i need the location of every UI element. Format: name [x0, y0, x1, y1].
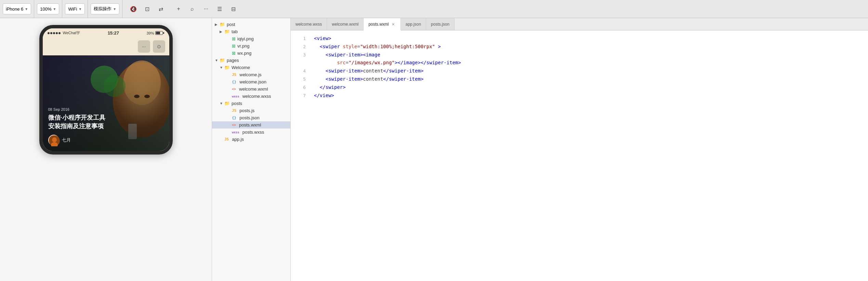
- code-content-5: <swiper-item>content</swiper-item>: [314, 75, 865, 83]
- folder-welcome[interactable]: ▼ 📁 Welcome: [212, 64, 290, 71]
- list-icon[interactable]: ☰: [214, 3, 225, 14]
- network-selector[interactable]: WiFi ▼: [65, 3, 85, 14]
- file-posts-wxss-label: posts.wxss: [242, 130, 264, 135]
- tab-app-json-label: app.json: [406, 22, 421, 27]
- tab-welcome-wxss-label: welcome.wxss: [295, 22, 322, 27]
- rotate-icon[interactable]: ⇄: [155, 3, 166, 14]
- split-icon[interactable]: ⊟: [228, 3, 239, 14]
- file-welcome-js[interactable]: ▶ JS welcome.js: [212, 71, 290, 78]
- main-area: WeChat宇 15:27 39% ··· ⊙: [0, 18, 868, 281]
- code-line-3: 3 <swiper-item><image src="/images/wx.pn…: [291, 51, 868, 67]
- zoom-chevron-icon: ▼: [53, 7, 56, 11]
- post-title: 微信·小程序开发工具安装指南及注意事项: [48, 113, 164, 131]
- file-welcome-wxml[interactable]: ▶ <> welcome.wxml: [212, 85, 290, 93]
- tab-posts-wxml-label: posts.wxml: [368, 22, 389, 27]
- author-name: 七月: [62, 137, 71, 143]
- code-content-7: </view>: [314, 92, 865, 100]
- editor-panel: welcome.wxss welcome.wxml posts.wxml × a…: [291, 18, 868, 281]
- folder-posts[interactable]: ▼ 📁 posts: [212, 100, 290, 107]
- tab-posts-json-label: posts.json: [431, 22, 449, 27]
- add-icon[interactable]: +: [173, 3, 184, 14]
- tab-posts-wxml-close[interactable]: ×: [391, 22, 396, 27]
- file-vr[interactable]: ▶ ⊠ vr.png: [212, 42, 290, 50]
- status-right: 39%: [146, 31, 164, 35]
- code-area: 1 <view> 2 <swiper style="width:100%;hei…: [291, 30, 868, 281]
- file-posts-wxml[interactable]: ▶ <> posts.wxml: [212, 121, 290, 129]
- sim-chevron-icon: ▼: [113, 7, 116, 11]
- file-posts-wxss[interactable]: ▶ wxss posts.wxss: [212, 129, 290, 136]
- device-selector[interactable]: iPhone 6 ▼: [3, 3, 31, 14]
- file-iqiyi[interactable]: ▶ ⊠ iqiyi.png: [212, 35, 290, 42]
- line-num-2: 2: [293, 43, 306, 51]
- tab-posts-json[interactable]: posts.json: [426, 18, 455, 30]
- folder-tab[interactable]: ▶ 📁 tab: [212, 28, 290, 35]
- code-line-1: 1 <view>: [291, 35, 868, 43]
- file-vr-label: vr.png: [237, 43, 249, 49]
- wxml-posts-icon: <>: [232, 123, 236, 127]
- search-icon[interactable]: ⌕: [187, 3, 198, 14]
- tab-posts-wxml[interactable]: posts.wxml ×: [364, 18, 400, 30]
- tabs-bar: welcome.wxss welcome.wxml posts.wxml × a…: [291, 18, 868, 30]
- code-content-6: </swiper>: [314, 83, 865, 92]
- svg-point-10: [52, 137, 57, 142]
- tab-welcome-wxml-label: welcome.wxml: [332, 22, 358, 27]
- volume-icon[interactable]: 🔇: [128, 3, 139, 14]
- code-line-6: 6 </swiper>: [291, 83, 868, 92]
- folder-posts-label: posts: [232, 101, 242, 106]
- post-date: 08 Sep 2016: [48, 107, 164, 111]
- camera-icon[interactable]: ⊙: [153, 40, 165, 53]
- folder-pages[interactable]: ▼ 📁 pages: [212, 57, 290, 64]
- device-label: iPhone 6: [6, 6, 23, 12]
- js-posts-icon: JS: [232, 108, 236, 113]
- tab-app-json[interactable]: app.json: [401, 18, 426, 30]
- tab-welcome-wxss[interactable]: welcome.wxss: [291, 18, 327, 30]
- file-welcome-wxss[interactable]: ▶ wxss welcome.wxss: [212, 93, 290, 100]
- folder-pages-icon: 📁: [220, 58, 225, 63]
- folder-welcome-label: Welcome: [232, 65, 250, 70]
- zoom-selector[interactable]: 100% ▼: [37, 3, 59, 14]
- code-line-5: 5 <swiper-item>content</swiper-item>: [291, 75, 868, 83]
- code-content-4: <swiper-item>content</swiper-item>: [314, 67, 865, 75]
- phone-frame: WeChat宇 15:27 39% ··· ⊙: [39, 25, 173, 155]
- folder-posts-icon: 📁: [224, 101, 230, 106]
- folder-tab-icon: 📁: [224, 29, 230, 34]
- file-posts-json-label: posts.json: [239, 115, 260, 120]
- line-num-6: 6: [293, 84, 306, 91]
- post-author: 七月: [48, 135, 164, 146]
- file-wx[interactable]: ▶ ⊠ wx.png: [212, 50, 290, 57]
- folder-pages-label: pages: [227, 58, 239, 63]
- file-app-js-label: app.js: [232, 137, 244, 142]
- json-welcome-icon: {}: [232, 80, 236, 84]
- screen-icon[interactable]: ⊡: [142, 3, 153, 14]
- zoom-label: 100%: [40, 6, 51, 12]
- sim-selector[interactable]: 模拟操作 ▼: [91, 3, 119, 14]
- folder-post[interactable]: ▶ 📁 post: [212, 21, 290, 28]
- battery-percent: 39%: [146, 31, 154, 35]
- file-posts-js-label: posts.js: [239, 108, 254, 113]
- file-welcome-json[interactable]: ▶ {} welcome.json: [212, 78, 290, 85]
- network-chevron-icon: ▼: [78, 7, 82, 11]
- network-selector-group: WiFi ▼: [65, 0, 88, 18]
- file-posts-wxml-label: posts.wxml: [239, 122, 261, 128]
- post-card: 08 Sep 2016 微信·小程序开发工具安装指南及注意事项 七月: [43, 55, 169, 151]
- battery-icon: [155, 31, 164, 35]
- more-icon[interactable]: ···: [200, 3, 211, 14]
- json-posts-icon: {}: [232, 116, 236, 120]
- file-posts-json[interactable]: ▶ {} posts.json: [212, 114, 290, 121]
- post-text-overlay: 08 Sep 2016 微信·小程序开发工具安装指南及注意事项 七月: [43, 102, 169, 151]
- line-num-4: 4: [293, 67, 306, 75]
- code-line-4: 4 <swiper-item>content</swiper-item>: [291, 67, 868, 75]
- file-app-js[interactable]: ▶ JS app.js: [212, 136, 290, 143]
- code-line-2: 2 <swiper style="width:100%;height:500rp…: [291, 43, 868, 51]
- folder-post-label: post: [227, 22, 235, 27]
- tab-welcome-wxml[interactable]: welcome.wxml: [327, 18, 364, 30]
- toolbar-icons: 🔇 ⊡ ⇄: [125, 3, 169, 14]
- phone-status-bar: WeChat宇 15:27 39%: [43, 28, 169, 38]
- menu-icon[interactable]: ···: [138, 40, 150, 53]
- wxml-welcome-icon: <>: [232, 87, 236, 91]
- file-welcome-js-label: welcome.js: [239, 72, 261, 77]
- post-image: 08 Sep 2016 微信·小程序开发工具安装指南及注意事项 七月: [43, 55, 169, 151]
- toolbar: iPhone 6 ▼ 100% ▼ WiFi ▼ 模拟操作 ▼ 🔇 ⊡ ⇄ + …: [0, 0, 868, 18]
- file-posts-js[interactable]: ▶ JS posts.js: [212, 107, 290, 114]
- signal-dots: [48, 32, 61, 34]
